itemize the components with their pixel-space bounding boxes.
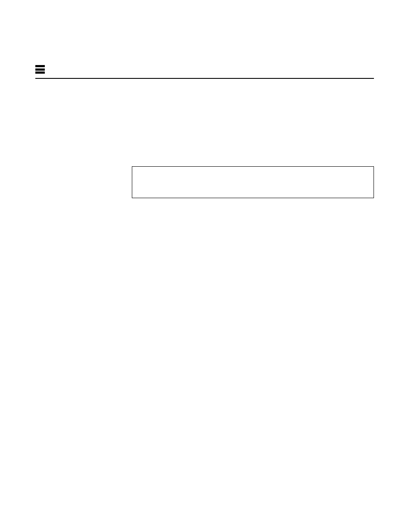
content-box — [132, 166, 374, 198]
hamburger-bar — [35, 65, 45, 67]
header-divider — [35, 78, 374, 79]
page-container — [35, 0, 374, 532]
hamburger-bar — [35, 72, 45, 74]
header-bar — [35, 65, 374, 76]
hamburger-bar — [35, 68, 45, 71]
hamburger-icon — [35, 65, 45, 74]
